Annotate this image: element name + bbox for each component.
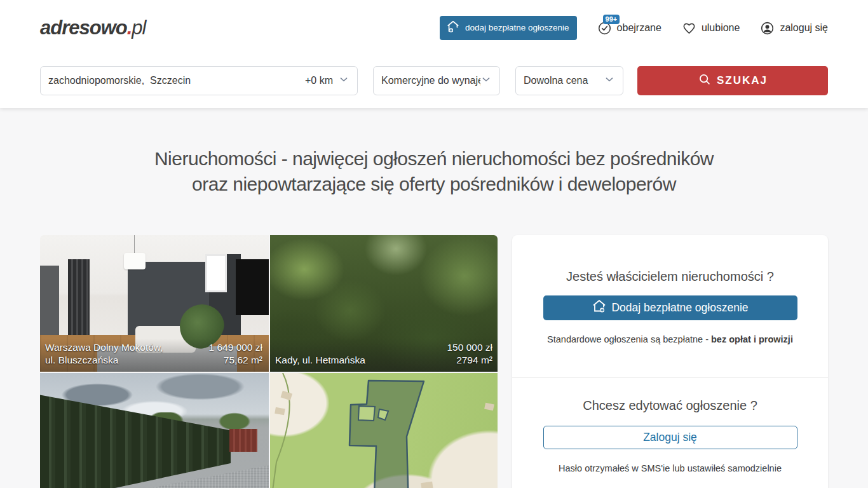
owner-heading: Jesteś właścicielem nieruchomości ? bbox=[543, 269, 797, 284]
listing-price: 150 000 zł bbox=[447, 341, 492, 354]
logo-name: adresowo bbox=[40, 17, 127, 39]
login-button-label: Zaloguj się bbox=[643, 431, 697, 444]
page-title-line2: oraz niepowtarzające się oferty pośredni… bbox=[0, 172, 868, 197]
favorites-label: ulubione bbox=[702, 22, 740, 34]
category-value: Komercyjne do wynaję bbox=[381, 75, 480, 86]
chevron-down-icon bbox=[604, 74, 615, 88]
logo[interactable]: adresowo.pl bbox=[40, 17, 146, 39]
listing-card-2[interactable]: Kady, ul. Hetmańska 150 000 zł 2794 m² bbox=[270, 235, 498, 372]
listings-grid: Warszawa Dolny Mokotów, ul. Bluszczańska… bbox=[40, 235, 498, 488]
listing-label: Warszawa Dolny Mokotów, ul. Bluszczańska… bbox=[40, 339, 269, 372]
add-listing-label: dodaj bezpłatne ogłoszenie bbox=[465, 23, 569, 33]
price-select[interactable]: Dowolna cena bbox=[515, 66, 623, 95]
owner-note-regular: Standardowe ogłoszenia są bezpłatne - bbox=[547, 334, 711, 344]
owner-section: Jesteś właścicielem nieruchomości ? Doda… bbox=[512, 235, 828, 378]
owner-note-bold: bez opłat i prowizji bbox=[711, 334, 793, 344]
login-button[interactable]: Zaloguj się bbox=[543, 426, 797, 449]
location-input[interactable]: zachodniopomorskie, Szczecin +0 km bbox=[40, 66, 358, 95]
price-value: Dowolna cena bbox=[524, 75, 604, 86]
owner-sidebar: Jesteś właścicielem nieruchomości ? Doda… bbox=[512, 235, 828, 488]
listing-label: Kady, ul. Hetmańska 150 000 zł 2794 m² bbox=[270, 339, 498, 372]
chevron-down-icon bbox=[480, 74, 492, 88]
location-value: zachodniopomorskie, Szczecin bbox=[48, 75, 305, 86]
chevron-down-icon bbox=[338, 74, 349, 88]
heart-icon bbox=[682, 21, 696, 36]
nav-item-login[interactable]: zaloguj się bbox=[760, 21, 828, 36]
edit-section: Chcesz edytować ogłoszenie ? Zaloguj się… bbox=[512, 378, 828, 488]
page-title: Nieruchomości - najwięcej ogłoszeń nieru… bbox=[0, 146, 868, 197]
photo-decor bbox=[229, 429, 257, 452]
search-bar: zachodniopomorskie, Szczecin +0 km Komer… bbox=[0, 66, 868, 95]
nav-item-favorites[interactable]: ulubione bbox=[682, 21, 740, 36]
photo-decor bbox=[124, 253, 146, 269]
edit-heading: Chcesz edytować ogłoszenie ? bbox=[543, 398, 797, 413]
viewed-label: obejrzane bbox=[617, 22, 661, 34]
listing-numbers: 1 649 000 zł 75,62 m² bbox=[209, 341, 262, 367]
edit-note: Hasło otrzymałeś w SMS'ie lub ustawiłeś … bbox=[543, 463, 797, 473]
login-label: zaloguj się bbox=[780, 22, 828, 34]
logo-tld: pl bbox=[132, 17, 146, 39]
photo-decor bbox=[40, 266, 59, 342]
radius-value: +0 km bbox=[305, 75, 333, 86]
house-add-icon bbox=[592, 299, 607, 317]
photo-decor bbox=[205, 254, 227, 292]
photo-decor bbox=[236, 259, 269, 315]
address-line: Kady, ul. Hetmańska bbox=[275, 354, 365, 367]
top-nav: dodaj bezpłatne ogłoszenie 99+ obejrzane bbox=[440, 16, 828, 40]
search-button[interactable]: SZUKAJ bbox=[637, 66, 828, 95]
listing-price: 1 649 000 zł bbox=[209, 341, 262, 354]
house-add-icon bbox=[446, 20, 460, 36]
listing-area: 75,62 m² bbox=[209, 354, 262, 367]
listing-address: Warszawa Dolny Mokotów, ul. Bluszczańska bbox=[45, 341, 163, 367]
add-listing-button[interactable]: dodaj bezpłatne ogłoszenie bbox=[440, 16, 577, 40]
add-free-listing-label: Dodaj bezpłatne ogłoszenie bbox=[611, 301, 748, 315]
add-free-listing-button[interactable]: Dodaj bezpłatne ogłoszenie bbox=[543, 295, 797, 320]
search-button-label: SZUKAJ bbox=[717, 74, 768, 87]
listing-address: Kady, ul. Hetmańska bbox=[275, 354, 365, 367]
listing-card-4[interactable]: Nowa Jastrząbka 300 000 zł bbox=[270, 373, 498, 488]
listing-numbers: 150 000 zł 2794 m² bbox=[447, 341, 492, 367]
photo-decor bbox=[68, 259, 90, 342]
content-row: Warszawa Dolny Mokotów, ul. Bluszczańska… bbox=[0, 235, 868, 488]
listing-area: 2794 m² bbox=[447, 354, 492, 367]
photo-decor bbox=[134, 235, 135, 254]
header: adresowo.pl dodaj bezpłatne ogłoszenie 9… bbox=[0, 0, 868, 108]
page-title-line1: Nieruchomości - najwięcej ogłoszeń nieru… bbox=[0, 146, 868, 172]
magnifier-icon bbox=[698, 72, 712, 90]
listing-card-3[interactable]: Kraków Prądnik Biały, ul. 700 zł bbox=[40, 373, 269, 488]
user-circle-icon bbox=[760, 21, 775, 36]
listing-card-1[interactable]: Warszawa Dolny Mokotów, ul. Bluszczańska… bbox=[40, 235, 269, 372]
top-nav-row: adresowo.pl dodaj bezpłatne ogłoszenie 9… bbox=[0, 0, 868, 41]
map-plot-overlay bbox=[270, 373, 498, 488]
nav-item-viewed[interactable]: 99+ obejrzane bbox=[597, 21, 661, 36]
category-select[interactable]: Komercyjne do wynaję bbox=[373, 66, 500, 95]
address-line: ul. Bluszczańska bbox=[45, 354, 163, 367]
viewed-count-badge: 99+ bbox=[603, 15, 620, 24]
owner-note: Standardowe ogłoszenia są bezpłatne - be… bbox=[543, 334, 797, 344]
address-line: Warszawa Dolny Mokotów, bbox=[45, 341, 163, 354]
